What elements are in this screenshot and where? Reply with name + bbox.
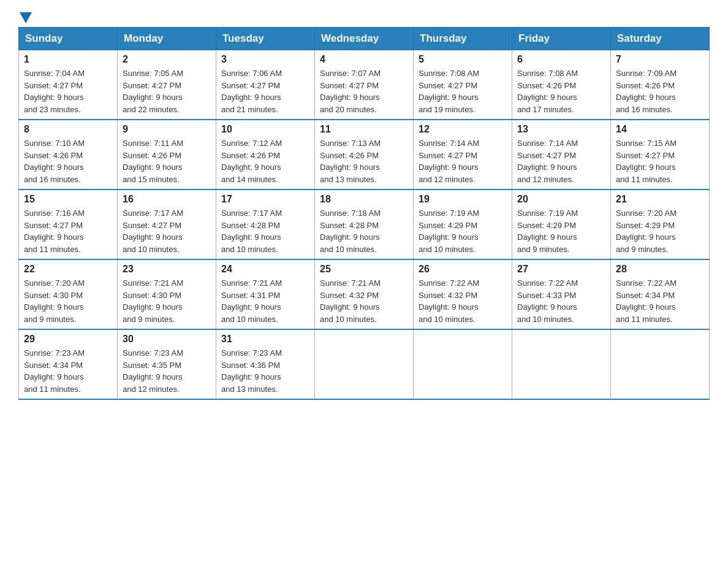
logo — [18, 12, 33, 21]
page-header — [18, 12, 710, 21]
day-number: 12 — [419, 124, 507, 135]
day-number: 17 — [221, 194, 309, 205]
day-number: 7 — [616, 54, 704, 65]
day-info: Sunrise: 7:14 AM Sunset: 4:27 PM Dayligh… — [419, 137, 507, 185]
calendar-cell: 29 Sunrise: 7:23 AM Sunset: 4:34 PM Dayl… — [19, 329, 118, 399]
day-info: Sunrise: 7:05 AM Sunset: 4:27 PM Dayligh… — [123, 67, 211, 115]
day-number: 13 — [517, 124, 605, 135]
day-info: Sunrise: 7:09 AM Sunset: 4:26 PM Dayligh… — [616, 67, 704, 115]
day-number: 6 — [517, 54, 605, 65]
day-number: 19 — [419, 194, 507, 205]
day-number: 16 — [123, 194, 211, 205]
day-number: 26 — [419, 264, 507, 275]
day-info: Sunrise: 7:22 AM Sunset: 4:33 PM Dayligh… — [517, 277, 605, 325]
calendar-cell: 5 Sunrise: 7:08 AM Sunset: 4:27 PM Dayli… — [414, 50, 512, 120]
day-info: Sunrise: 7:10 AM Sunset: 4:26 PM Dayligh… — [24, 137, 112, 185]
calendar-cell: 30 Sunrise: 7:23 AM Sunset: 4:35 PM Dayl… — [118, 329, 216, 399]
day-number: 30 — [123, 334, 211, 345]
day-info: Sunrise: 7:18 AM Sunset: 4:28 PM Dayligh… — [320, 207, 408, 255]
day-info: Sunrise: 7:17 AM Sunset: 4:27 PM Dayligh… — [123, 207, 211, 255]
calendar-body: 1 Sunrise: 7:04 AM Sunset: 4:27 PM Dayli… — [19, 50, 710, 400]
calendar-cell — [512, 329, 611, 399]
day-number: 29 — [24, 334, 112, 345]
day-number: 25 — [320, 264, 408, 275]
calendar-cell: 12 Sunrise: 7:14 AM Sunset: 4:27 PM Dayl… — [414, 120, 512, 190]
day-number: 22 — [24, 264, 112, 275]
day-number: 4 — [320, 54, 408, 65]
day-info: Sunrise: 7:11 AM Sunset: 4:26 PM Dayligh… — [123, 137, 211, 185]
calendar-week-row: 15 Sunrise: 7:16 AM Sunset: 4:27 PM Dayl… — [19, 190, 710, 259]
day-number: 11 — [320, 124, 408, 135]
calendar-cell: 25 Sunrise: 7:21 AM Sunset: 4:32 PM Dayl… — [315, 259, 414, 329]
day-info: Sunrise: 7:19 AM Sunset: 4:29 PM Dayligh… — [419, 207, 507, 255]
calendar-week-row: 22 Sunrise: 7:20 AM Sunset: 4:30 PM Dayl… — [19, 259, 710, 329]
day-number: 5 — [419, 54, 507, 65]
calendar-cell: 21 Sunrise: 7:20 AM Sunset: 4:29 PM Dayl… — [611, 190, 710, 259]
calendar-cell: 15 Sunrise: 7:16 AM Sunset: 4:27 PM Dayl… — [19, 190, 118, 259]
day-number: 18 — [320, 194, 408, 205]
day-info: Sunrise: 7:08 AM Sunset: 4:26 PM Dayligh… — [517, 67, 605, 115]
calendar-cell: 19 Sunrise: 7:19 AM Sunset: 4:29 PM Dayl… — [414, 190, 512, 259]
calendar-cell: 6 Sunrise: 7:08 AM Sunset: 4:26 PM Dayli… — [512, 50, 611, 120]
calendar-cell: 26 Sunrise: 7:22 AM Sunset: 4:32 PM Dayl… — [414, 259, 512, 329]
calendar-cell: 14 Sunrise: 7:15 AM Sunset: 4:27 PM Dayl… — [611, 120, 710, 190]
day-info: Sunrise: 7:06 AM Sunset: 4:27 PM Dayligh… — [221, 67, 309, 115]
day-number: 15 — [24, 194, 112, 205]
day-number: 3 — [221, 54, 309, 65]
calendar-table: SundayMondayTuesdayWednesdayThursdayFrid… — [18, 27, 710, 400]
calendar-cell: 27 Sunrise: 7:22 AM Sunset: 4:33 PM Dayl… — [512, 259, 611, 329]
calendar-cell: 4 Sunrise: 7:07 AM Sunset: 4:27 PM Dayli… — [315, 50, 414, 120]
day-number: 9 — [123, 124, 211, 135]
calendar-cell: 1 Sunrise: 7:04 AM Sunset: 4:27 PM Dayli… — [19, 50, 118, 120]
day-number: 27 — [517, 264, 605, 275]
calendar-cell: 28 Sunrise: 7:22 AM Sunset: 4:34 PM Dayl… — [611, 259, 710, 329]
day-number: 20 — [517, 194, 605, 205]
calendar-cell: 10 Sunrise: 7:12 AM Sunset: 4:26 PM Dayl… — [216, 120, 315, 190]
day-info: Sunrise: 7:22 AM Sunset: 4:34 PM Dayligh… — [616, 277, 704, 325]
calendar-cell — [611, 329, 710, 399]
calendar-cell: 16 Sunrise: 7:17 AM Sunset: 4:27 PM Dayl… — [118, 190, 216, 259]
day-of-week-monday: Monday — [118, 28, 216, 50]
day-number: 21 — [616, 194, 704, 205]
day-info: Sunrise: 7:23 AM Sunset: 4:35 PM Dayligh… — [123, 347, 211, 395]
logo-triangle-icon — [20, 12, 32, 23]
day-info: Sunrise: 7:23 AM Sunset: 4:36 PM Dayligh… — [221, 347, 309, 395]
day-of-week-thursday: Thursday — [414, 28, 512, 50]
calendar-cell: 17 Sunrise: 7:17 AM Sunset: 4:28 PM Dayl… — [216, 190, 315, 259]
day-number: 1 — [24, 54, 112, 65]
day-number: 10 — [221, 124, 309, 135]
day-info: Sunrise: 7:21 AM Sunset: 4:32 PM Dayligh… — [320, 277, 408, 325]
day-info: Sunrise: 7:22 AM Sunset: 4:32 PM Dayligh… — [419, 277, 507, 325]
calendar-cell — [414, 329, 512, 399]
calendar-cell: 2 Sunrise: 7:05 AM Sunset: 4:27 PM Dayli… — [118, 50, 216, 120]
day-number: 31 — [221, 334, 309, 345]
day-info: Sunrise: 7:20 AM Sunset: 4:30 PM Dayligh… — [24, 277, 112, 325]
day-info: Sunrise: 7:17 AM Sunset: 4:28 PM Dayligh… — [221, 207, 309, 255]
calendar-header: SundayMondayTuesdayWednesdayThursdayFrid… — [19, 28, 710, 50]
day-info: Sunrise: 7:07 AM Sunset: 4:27 PM Dayligh… — [320, 67, 408, 115]
day-number: 8 — [24, 124, 112, 135]
day-of-week-sunday: Sunday — [19, 28, 118, 50]
day-info: Sunrise: 7:15 AM Sunset: 4:27 PM Dayligh… — [616, 137, 704, 185]
calendar-cell: 24 Sunrise: 7:21 AM Sunset: 4:31 PM Dayl… — [216, 259, 315, 329]
day-of-week-saturday: Saturday — [611, 28, 710, 50]
day-info: Sunrise: 7:23 AM Sunset: 4:34 PM Dayligh… — [24, 347, 112, 395]
days-of-week-row: SundayMondayTuesdayWednesdayThursdayFrid… — [19, 28, 710, 50]
day-of-week-tuesday: Tuesday — [216, 28, 315, 50]
day-info: Sunrise: 7:20 AM Sunset: 4:29 PM Dayligh… — [616, 207, 704, 255]
calendar-cell: 18 Sunrise: 7:18 AM Sunset: 4:28 PM Dayl… — [315, 190, 414, 259]
calendar-cell: 13 Sunrise: 7:14 AM Sunset: 4:27 PM Dayl… — [512, 120, 611, 190]
calendar-cell: 23 Sunrise: 7:21 AM Sunset: 4:30 PM Dayl… — [118, 259, 216, 329]
day-info: Sunrise: 7:13 AM Sunset: 4:26 PM Dayligh… — [320, 137, 408, 185]
calendar-cell: 22 Sunrise: 7:20 AM Sunset: 4:30 PM Dayl… — [19, 259, 118, 329]
calendar-cell: 3 Sunrise: 7:06 AM Sunset: 4:27 PM Dayli… — [216, 50, 315, 120]
day-of-week-friday: Friday — [512, 28, 611, 50]
day-number: 28 — [616, 264, 704, 275]
day-info: Sunrise: 7:04 AM Sunset: 4:27 PM Dayligh… — [24, 67, 112, 115]
day-number: 14 — [616, 124, 704, 135]
calendar-cell: 11 Sunrise: 7:13 AM Sunset: 4:26 PM Dayl… — [315, 120, 414, 190]
calendar-week-row: 29 Sunrise: 7:23 AM Sunset: 4:34 PM Dayl… — [19, 329, 710, 399]
calendar-week-row: 1 Sunrise: 7:04 AM Sunset: 4:27 PM Dayli… — [19, 50, 710, 120]
calendar-cell: 20 Sunrise: 7:19 AM Sunset: 4:29 PM Dayl… — [512, 190, 611, 259]
day-number: 23 — [123, 264, 211, 275]
